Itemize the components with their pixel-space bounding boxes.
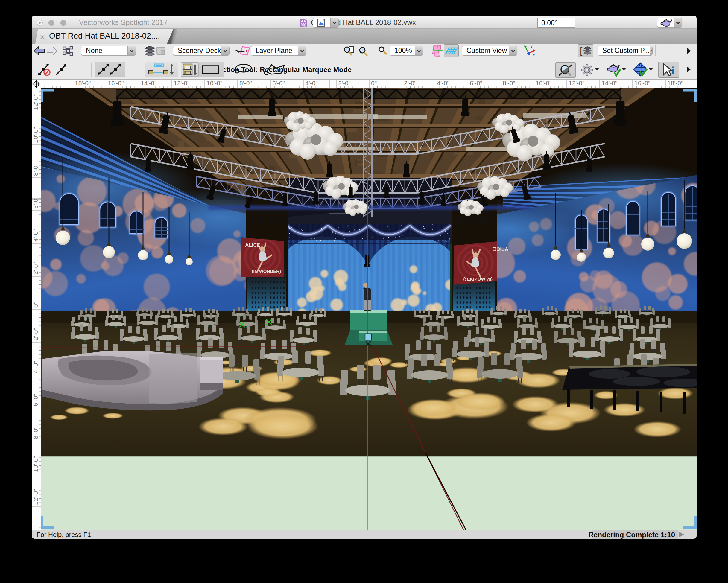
- svg-text:18'-0": 18'-0": [75, 80, 91, 86]
- svg-text:ALICE: ALICE: [493, 246, 509, 252]
- svg-text:10'-0": 10'-0": [206, 80, 223, 86]
- svg-text:(IN WONDER): (IN WONDER): [252, 269, 281, 274]
- svg-text:4'-0": 4'-0": [437, 80, 449, 86]
- svg-text:8'-0": 8'-0": [32, 427, 39, 439]
- svg-text:6'-0": 6'-0": [32, 196, 39, 209]
- svg-text:16'-0": 16'-0": [108, 80, 124, 86]
- svg-text:10'-0": 10'-0": [32, 456, 39, 472]
- svg-text:18'-0": 18'-0": [667, 80, 683, 86]
- svg-text:12'-0": 12'-0": [174, 80, 190, 86]
- svg-text:6'-0": 6'-0": [470, 80, 482, 86]
- svg-text:x: x: [533, 53, 535, 57]
- svg-text:0": 0": [32, 302, 39, 308]
- svg-text:6'-0": 6'-0": [272, 80, 285, 86]
- svg-text:12'-0": 12'-0": [32, 94, 39, 110]
- svg-text:2'-0": 2'-0": [32, 262, 39, 274]
- svg-text:10'-0": 10'-0": [536, 80, 552, 86]
- svg-text:12'-0": 12'-0": [569, 80, 585, 86]
- svg-text:ALICE: ALICE: [245, 242, 260, 248]
- svg-text:2'-0": 2'-0": [404, 80, 417, 86]
- svg-text:6'-0": 6'-0": [32, 394, 39, 406]
- svg-text:14'-0": 14'-0": [601, 80, 618, 86]
- svg-text:12'-0": 12'-0": [32, 489, 39, 505]
- svg-text:(IN WONDER): (IN WONDER): [464, 276, 493, 282]
- svg-text:4'-0": 4'-0": [32, 229, 39, 242]
- svg-text:8'-0": 8'-0": [239, 80, 252, 86]
- svg-text:4'-0": 4'-0": [305, 80, 318, 86]
- svg-text:0": 0": [371, 80, 377, 86]
- svg-text:2'-0": 2'-0": [338, 80, 351, 86]
- svg-text:10'-0": 10'-0": [32, 127, 39, 143]
- svg-text:[: [: [580, 46, 582, 56]
- svg-text:8'-0": 8'-0": [32, 163, 39, 176]
- svg-text:VWX: VWX: [301, 25, 306, 27]
- svg-text:16'-0": 16'-0": [634, 80, 650, 86]
- svg-text:14'-0": 14'-0": [140, 80, 157, 86]
- svg-text:y: y: [530, 44, 532, 48]
- svg-text:8'-0": 8'-0": [503, 80, 515, 86]
- svg-text:2'-0": 2'-0": [32, 328, 39, 340]
- svg-text:4'-0": 4'-0": [32, 361, 39, 373]
- svg-text:i: i: [672, 64, 674, 76]
